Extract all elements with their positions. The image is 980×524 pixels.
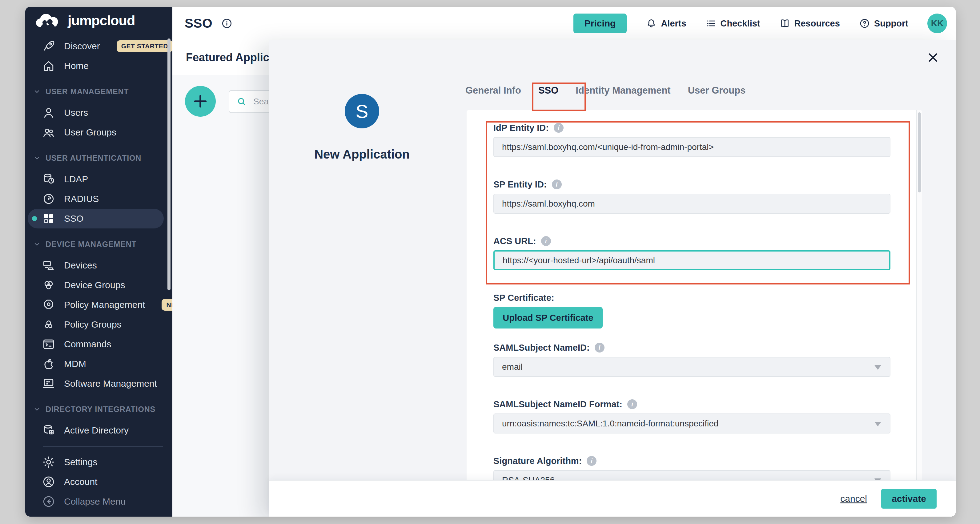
bell-icon (646, 18, 657, 29)
idp-entity-id-input[interactable] (493, 137, 891, 157)
modal-tabs: General Info SSO Identity Management Use… (465, 85, 746, 100)
sidebar-item-sso[interactable]: SSO (28, 209, 164, 228)
sidebar-item-discover[interactable]: Discover GET STARTED (25, 36, 172, 56)
sidebar-item-policy-groups[interactable]: Policy Groups (25, 315, 172, 334)
samlsubject-nameid-select[interactable]: email (493, 357, 891, 377)
sidebar-item-label: LDAP (64, 174, 88, 185)
info-icon[interactable]: i (595, 342, 605, 352)
section-header-label: DEVICE MANAGEMENT (46, 240, 137, 249)
sso-form-panel: IdP Entity ID: i SP Entity ID: i ACS URL… (467, 110, 922, 480)
sidebar-item-settings[interactable]: Settings (25, 452, 172, 472)
close-icon (926, 51, 940, 65)
signature-algorithm-label: Signature Algorithm: i (493, 456, 922, 467)
support-button[interactable]: Support (859, 18, 908, 29)
tab-user-groups[interactable]: User Groups (688, 85, 746, 100)
sp-entity-id-input[interactable] (493, 194, 891, 213)
info-icon[interactable]: i (541, 236, 551, 246)
activate-button[interactable]: activate (881, 489, 937, 509)
sp-entity-id-label: SP Entity ID: i (493, 179, 922, 190)
jumpcloud-logo[interactable]: jumpcloud (25, 7, 172, 30)
tab-general-info[interactable]: General Info (465, 85, 521, 100)
sidebar-item-label: Home (64, 61, 89, 71)
info-icon[interactable]: i (554, 123, 563, 133)
tab-identity-management[interactable]: Identity Management (576, 85, 670, 100)
alerts-button[interactable]: Alerts (646, 18, 686, 29)
sidebar-item-commands[interactable]: Commands (25, 334, 172, 354)
select-value: email (502, 362, 523, 372)
user-avatar[interactable]: KK (928, 14, 947, 33)
samlsubject-nameid-field: SAMLSubject NameID: i email (493, 342, 922, 377)
plus-icon (192, 93, 209, 110)
sidebar-item-active-directory[interactable]: Active Directory (25, 420, 172, 440)
sidebar-item-label: Policy Groups (64, 319, 122, 330)
sso-grid-icon (42, 212, 56, 225)
signature-algorithm-select[interactable]: RSA-SHA256 (493, 470, 891, 480)
field-label-text: SP Certificate: (493, 293, 554, 303)
section-header-label: USER AUTHENTICATION (46, 154, 141, 162)
sidebar-item-collapse-menu[interactable]: Collapse Menu (25, 492, 172, 511)
sidebar-item-account[interactable]: Account (25, 472, 172, 492)
add-application-button[interactable] (185, 86, 216, 117)
sidebar-section-user-authentication[interactable]: USER AUTHENTICATION (25, 149, 172, 167)
sidebar-item-device-groups[interactable]: Device Groups (25, 275, 172, 295)
field-label-text: SAMLSubject NameID Format: (493, 399, 622, 409)
sidebar-item-home[interactable]: Home (25, 56, 172, 76)
info-icon[interactable]: i (552, 180, 562, 190)
pricing-button[interactable]: Pricing (573, 14, 627, 33)
info-icon[interactable] (221, 18, 233, 29)
chevron-down-icon (33, 240, 41, 248)
sidebar-item-policy-management[interactable]: Policy Management NEW (25, 295, 172, 315)
sidebar-section-device-management[interactable]: DEVICE MANAGEMENT (25, 235, 172, 253)
caret-down-icon (874, 365, 881, 370)
modal-close-button[interactable] (924, 49, 942, 67)
sidebar-item-label: MDM (64, 359, 86, 369)
idp-entity-id-label: IdP Entity ID: i (493, 122, 922, 133)
sidebar-item-software-management[interactable]: Software Management (25, 374, 172, 393)
sidebar-item-users[interactable]: Users (25, 103, 172, 123)
acs-url-input[interactable] (493, 250, 891, 270)
sidebar-item-ldap[interactable]: LDAP (25, 169, 172, 189)
form-scrollbar-thumb[interactable] (918, 112, 921, 193)
select-value: urn:oasis:names:tc:SAML:1.0:nameid-forma… (502, 419, 718, 428)
user-groups-icon (42, 126, 56, 139)
sidebar-item-devices[interactable]: Devices (25, 256, 172, 275)
sidebar-item-label: Device Groups (64, 280, 125, 290)
upload-sp-certificate-button[interactable]: Upload SP Certificate (493, 307, 603, 328)
sidebar-item-mdm[interactable]: MDM (25, 354, 172, 374)
sp-certificate-label: SP Certificate: (493, 292, 922, 303)
support-label: Support (874, 19, 908, 29)
sp-entity-id-field: SP Entity ID: i (493, 179, 922, 213)
sidebar-item-label: Policy Management (64, 299, 145, 310)
cancel-link[interactable]: cancel (840, 494, 867, 504)
application-initial-avatar: S (345, 94, 379, 128)
active-directory-icon (42, 424, 56, 437)
samlsubject-nameid-format-select[interactable]: urn:oasis:names:tc:SAML:1.0:nameid-forma… (493, 414, 891, 433)
resources-button[interactable]: Resources (780, 18, 840, 29)
sidebar: jumpcloud Discover GET STARTED Home USER… (25, 7, 172, 517)
tab-sso[interactable]: SSO (538, 85, 558, 100)
sidebar-item-label: Commands (64, 339, 111, 349)
sidebar-section-directory-integrations[interactable]: DIRECTORY INTEGRATIONS (25, 400, 172, 418)
sidebar-item-label: Discover (64, 41, 100, 51)
sidebar-item-label: Users (64, 107, 88, 118)
field-label-text: SP Entity ID: (493, 180, 547, 190)
sidebar-scrollbar[interactable] (167, 38, 170, 290)
info-icon[interactable]: i (627, 399, 637, 409)
acs-url-label: ACS URL: i (493, 236, 922, 247)
application-name: New Application (282, 148, 442, 161)
info-icon[interactable]: i (587, 456, 597, 466)
sidebar-item-label: Software Management (64, 378, 157, 389)
idp-entity-id-field: IdP Entity ID: i (493, 122, 922, 157)
sidebar-item-user-groups[interactable]: User Groups (25, 123, 172, 142)
samlsubject-nameid-format-field: SAMLSubject NameID Format: i urn:oasis:n… (493, 399, 922, 433)
field-label-text: SAMLSubject NameID: (493, 342, 590, 353)
topbar-actions: Pricing Alerts Checklist Resources Suppo… (573, 14, 947, 33)
home-icon (42, 59, 56, 73)
samlsubject-nameid-label: SAMLSubject NameID: i (493, 342, 922, 353)
resources-label: Resources (794, 19, 840, 29)
checklist-button[interactable]: Checklist (705, 18, 760, 29)
device-groups-icon (42, 278, 56, 292)
sidebar-item-label: User Groups (64, 127, 116, 138)
sidebar-item-radius[interactable]: RADIUS (25, 189, 172, 209)
sidebar-section-user-management[interactable]: USER MANAGEMENT (25, 83, 172, 100)
